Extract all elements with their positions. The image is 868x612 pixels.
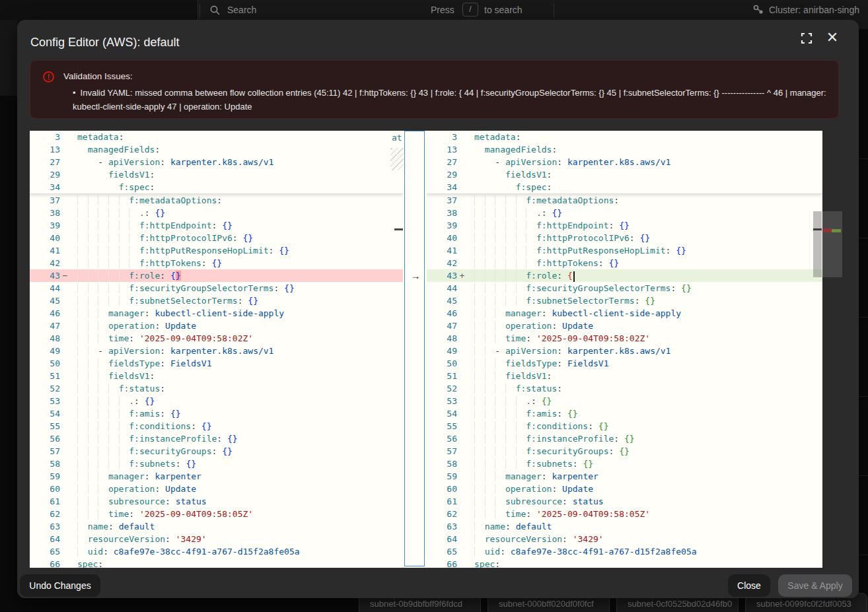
- line-number: 61: [427, 495, 457, 508]
- code-line[interactable]: 51 fieldsV1:: [30, 370, 403, 382]
- code-line[interactable]: 57 f:securityGroups: {}: [30, 445, 403, 458]
- line-number: 57: [30, 445, 60, 458]
- diff-editor-original-pane[interactable]: 3metadata:13 managedFields:27 - apiVersi…: [30, 131, 403, 568]
- code-line[interactable]: 3metadata:: [30, 131, 403, 143]
- code-line[interactable]: 13 managedFields:: [30, 143, 403, 156]
- code-line[interactable]: 38 .: {}: [30, 207, 403, 219]
- code-line[interactable]: 54 f:amis: {}: [427, 407, 822, 420]
- code-line[interactable]: 50 fieldsType: FieldsV1: [427, 357, 822, 370]
- code-line[interactable]: 29 fieldsV1:: [30, 168, 403, 181]
- code-line[interactable]: 61 subresource: status: [427, 495, 822, 508]
- code-line[interactable]: 39 f:httpEndpoint: {}: [30, 219, 403, 232]
- code-line[interactable]: 57 f:securityGroups: {}: [427, 445, 822, 458]
- sticky-scroll-header[interactable]: 3metadata:13 managedFields:27 - apiVersi…: [427, 131, 822, 194]
- overview-ruler-slider[interactable]: [822, 211, 842, 277]
- line-number: 64: [30, 533, 60, 545]
- code-line[interactable]: 48 time: '2025-09-04T09:58:02Z': [427, 332, 822, 345]
- code-line[interactable]: 38 .: {}: [427, 207, 822, 219]
- code-line[interactable]: 63 name: default: [427, 520, 822, 533]
- code-line[interactable]: 27 - apiVersion: karpenter.k8s.aws/v1: [30, 156, 403, 168]
- code-line[interactable]: 43+ f:role: {: [427, 269, 822, 282]
- diff-editor-modified-pane[interactable]: 3metadata:13 managedFields:27 - apiVersi…: [427, 131, 822, 568]
- code-line[interactable]: 60 operation: Update: [30, 483, 403, 495]
- close-button[interactable]: Close: [728, 574, 770, 597]
- code-line[interactable]: 13 managedFields:: [427, 143, 822, 156]
- sticky-scroll-header[interactable]: 3metadata:13 managedFields:27 - apiVersi…: [30, 131, 403, 194]
- code-line[interactable]: 66spec:: [30, 558, 403, 568]
- code-line[interactable]: 55 f:conditions: {}: [30, 420, 403, 432]
- code-line[interactable]: 27 - apiVersion: karpenter.k8s.aws/v1: [427, 156, 822, 168]
- code-line[interactable]: 43− f:role: {}: [30, 269, 403, 282]
- code-body[interactable]: 37 f:metadataOptions:38 .: {}39 f:httpEn…: [30, 194, 403, 568]
- code-line[interactable]: 63 name: default: [30, 520, 403, 533]
- diff-editor[interactable]: 3metadata:13 managedFields:27 - apiVersi…: [30, 131, 822, 568]
- code-line[interactable]: 60 operation: Update: [427, 483, 822, 495]
- code-line[interactable]: 59 manager: karpenter: [30, 470, 403, 483]
- code-text: f:httpProtocolIPv6: {}: [70, 232, 253, 244]
- code-line[interactable]: 48 time: '2025-09-04T09:58:02Z': [30, 332, 403, 345]
- code-text: resourceVersion: '3429': [70, 533, 207, 545]
- diff-sign: [457, 207, 467, 219]
- code-line[interactable]: 37 f:metadataOptions:: [427, 194, 822, 207]
- save-apply-button[interactable]: Save & Apply: [778, 574, 852, 597]
- code-line[interactable]: 46 manager: kubectl-client-side-apply: [427, 307, 822, 320]
- code-line[interactable]: 62 time: '2025-09-04T09:58:05Z': [30, 508, 403, 520]
- code-line[interactable]: 61 subresource: status: [30, 495, 403, 508]
- code-line[interactable]: 54 f:amis: {}: [30, 407, 403, 420]
- undo-changes-button[interactable]: Undo Changes: [20, 574, 100, 597]
- code-line[interactable]: 65 uid: c8afe97e-38cc-4f91-a767-d15f2a8f…: [427, 545, 822, 558]
- code-line[interactable]: 44 f:securityGroupSelectorTerms: {}: [30, 282, 403, 294]
- code-line[interactable]: 62 time: '2025-09-04T09:58:05Z': [427, 508, 822, 520]
- code-line[interactable]: 42 f:httpTokens: {}: [30, 257, 403, 269]
- diff-sign: [457, 520, 467, 533]
- code-line[interactable]: 34 f:spec:: [30, 181, 403, 193]
- code-line[interactable]: 46 manager: kubectl-client-side-apply: [30, 307, 403, 320]
- diff-sash[interactable]: [404, 131, 425, 566]
- code-line[interactable]: 58 f:subnets: {}: [427, 458, 822, 470]
- code-line[interactable]: 64 resourceVersion: '3429': [30, 533, 403, 545]
- code-line[interactable]: 45 f:subnetSelectorTerms: {}: [427, 294, 822, 307]
- code-line[interactable]: 41 f:httpPutResponseHopLimit: {}: [427, 244, 822, 257]
- code-text: subresource: status: [467, 495, 604, 508]
- code-line[interactable]: 3metadata:: [427, 131, 822, 143]
- code-line[interactable]: 51 fieldsV1:: [427, 370, 822, 382]
- apply-change-arrow-icon[interactable]: →: [408, 269, 423, 282]
- fullscreen-icon[interactable]: [797, 28, 816, 48]
- code-line[interactable]: 56 f:instanceProfile: {}: [30, 432, 403, 445]
- code-line[interactable]: 47 operation: Update: [427, 320, 822, 332]
- line-number: 44: [30, 282, 60, 294]
- code-line[interactable]: 49 - apiVersion: karpenter.k8s.aws/v1: [427, 345, 822, 357]
- code-line[interactable]: 53 .: {}: [427, 395, 822, 407]
- close-icon[interactable]: ✕: [822, 27, 843, 48]
- code-line[interactable]: 56 f:instanceProfile: {}: [427, 432, 822, 445]
- code-line[interactable]: 59 manager: karpenter: [427, 470, 822, 483]
- code-line[interactable]: 50 fieldsType: FieldsV1: [30, 357, 403, 370]
- code-line[interactable]: 52 f:status:: [30, 382, 403, 395]
- code-line[interactable]: 34 f:spec:: [427, 181, 822, 193]
- diff-sign: [457, 345, 467, 357]
- code-line[interactable]: 53 .: {}: [30, 395, 403, 407]
- code-line[interactable]: 40 f:httpProtocolIPv6: {}: [427, 232, 822, 244]
- code-line[interactable]: 42 f:httpTokens: {}: [427, 257, 822, 269]
- diff-sign: [60, 181, 70, 193]
- cluster-selector[interactable]: Cluster: anirban-singh: [769, 0, 859, 20]
- code-line[interactable]: 58 f:subnets: {}: [30, 458, 403, 470]
- code-line[interactable]: 52 f:status:: [427, 382, 822, 395]
- code-line[interactable]: 49 - apiVersion: karpenter.k8s.aws/v1: [30, 345, 403, 357]
- code-line[interactable]: 47 operation: Update: [30, 320, 403, 332]
- code-line[interactable]: 37 f:metadataOptions:: [30, 194, 403, 207]
- code-line[interactable]: 29 fieldsV1:: [427, 168, 822, 181]
- code-line[interactable]: 40 f:httpProtocolIPv6: {}: [30, 232, 403, 244]
- code-line[interactable]: 65 uid: c8afe97e-38cc-4f91-a767-d15f2a8f…: [30, 545, 403, 558]
- code-line[interactable]: 66spec:: [427, 558, 822, 568]
- code-line[interactable]: 41 f:httpPutResponseHopLimit: {}: [30, 244, 403, 257]
- code-body[interactable]: 37 f:metadataOptions:38 .: {}39 f:httpEn…: [427, 194, 822, 568]
- search-input[interactable]: Search: [227, 0, 256, 20]
- scrollbar-thumb[interactable]: [813, 211, 822, 277]
- code-line[interactable]: 44 f:securityGroupSelectorTerms: {}: [427, 282, 822, 294]
- code-line[interactable]: 55 f:conditions: {}: [427, 420, 822, 432]
- code-line[interactable]: 39 f:httpEndpoint: {}: [427, 219, 822, 232]
- diff-sign: [60, 470, 70, 483]
- code-line[interactable]: 45 f:subnetSelectorTerms: {}: [30, 294, 403, 307]
- code-line[interactable]: 64 resourceVersion: '3429': [427, 533, 822, 545]
